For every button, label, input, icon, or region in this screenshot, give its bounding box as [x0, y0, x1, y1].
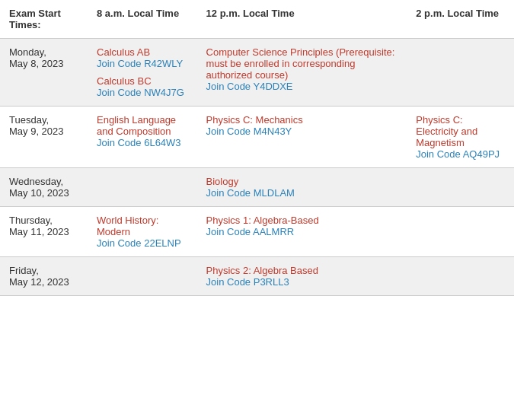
- exam-schedule-table: Exam Start Times: 8 a.m. Local Time 12 p…: [0, 0, 514, 296]
- am8-cell: [88, 257, 197, 296]
- col-header-2pm: 2 p.m. Local Time: [407, 0, 514, 39]
- date-cell: Tuesday,May 9, 2023: [0, 107, 88, 168]
- pm12-cell: Physics 1: Algebra-BasedJoin Code AALMRR: [197, 207, 407, 257]
- table-row: Friday,May 12, 2023Physics 2: Algebra Ba…: [0, 257, 514, 296]
- join-code: Join Code M4N43Y: [206, 126, 292, 137]
- join-code: Join Code NW4J7G: [97, 87, 184, 98]
- course-name: World History: Modern: [97, 215, 158, 237]
- pm2-cell: [407, 257, 514, 296]
- course-name: Physics 2: Algebra Based: [206, 265, 318, 276]
- table-row: Monday,May 8, 2023Calculus ABJoin Code R…: [0, 39, 514, 107]
- col-header-date: Exam Start Times:: [0, 0, 88, 39]
- pm2-cell: [407, 207, 514, 257]
- table-row: Thursday,May 11, 2023World History: Mode…: [0, 207, 514, 257]
- join-code: Join Code 6L64W3: [97, 137, 181, 148]
- join-code: Join Code AQ49PJ: [416, 148, 500, 160]
- pm2-cell: [407, 39, 514, 107]
- pm12-cell: Physics 2: Algebra BasedJoin Code P3RLL3: [197, 257, 407, 296]
- course-name: English Language and Composition: [97, 114, 176, 137]
- course-name: Computer Science Principles (Prerequisit…: [206, 46, 395, 81]
- course-name: Calculus BC: [97, 75, 152, 87]
- pm2-cell: [407, 168, 514, 207]
- am8-cell: English Language and CompositionJoin Cod…: [88, 107, 197, 168]
- header-row: Exam Start Times: 8 a.m. Local Time 12 p…: [0, 0, 514, 39]
- am8-cell: World History: ModernJoin Code 22ELNP: [88, 207, 197, 257]
- course-name: Physics C: Mechanics: [206, 114, 303, 126]
- pm12-cell: Physics C: MechanicsJoin Code M4N43Y: [197, 107, 407, 168]
- join-code: Join Code 22ELNP: [97, 237, 181, 249]
- am8-cell: [88, 168, 197, 207]
- pm2-cell: Physics C: Electricity and MagnetismJoin…: [407, 107, 514, 168]
- pm12-cell: BiologyJoin Code MLDLAM: [197, 168, 407, 207]
- col-header-12pm: 12 p.m. Local Time: [197, 0, 407, 39]
- date-cell: Monday,May 8, 2023: [0, 39, 88, 107]
- am8-cell: Calculus ABJoin Code R42WLYCalculus BCJo…: [88, 39, 197, 107]
- pm12-cell: Computer Science Principles (Prerequisit…: [197, 39, 407, 107]
- course-name: Calculus AB: [97, 46, 150, 58]
- date-cell: Thursday,May 11, 2023: [0, 207, 88, 257]
- date-cell: Friday,May 12, 2023: [0, 257, 88, 296]
- join-code: Join Code AALMRR: [206, 226, 295, 237]
- date-cell: Wednesday,May 10, 2023: [0, 168, 88, 207]
- course-name: Physics C: Electricity and Magnetism: [416, 114, 477, 148]
- join-code: Join Code R42WLY: [97, 58, 183, 69]
- col-header-8am: 8 a.m. Local Time: [88, 0, 197, 39]
- join-code: Join Code P3RLL3: [206, 276, 289, 288]
- join-code: Join Code Y4DDXE: [206, 81, 293, 92]
- table-row: Wednesday,May 10, 2023BiologyJoin Code M…: [0, 168, 514, 207]
- join-code: Join Code MLDLAM: [206, 187, 295, 199]
- course-name: Physics 1: Algebra-Based: [206, 215, 319, 226]
- course-name: Biology: [206, 176, 239, 187]
- table-row: Tuesday,May 9, 2023English Language and …: [0, 107, 514, 168]
